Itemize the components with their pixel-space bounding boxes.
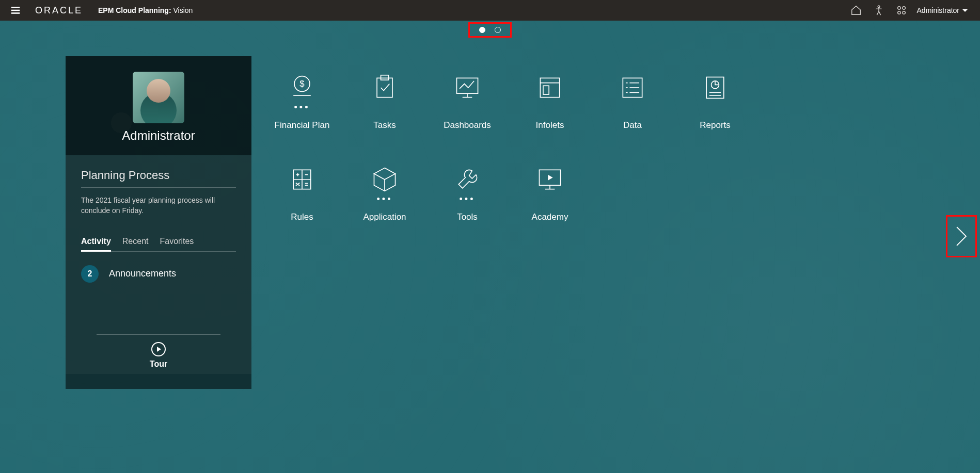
- wrench-icon: [453, 165, 482, 194]
- nav-label: Rules: [261, 212, 343, 222]
- svg-point-10: [897, 11, 900, 14]
- svg-point-9: [902, 7, 905, 10]
- dollar-coin-icon: $: [288, 73, 317, 102]
- svg-marker-44: [374, 168, 395, 180]
- svg-line-7: [879, 11, 881, 15]
- nav-label: Tools: [426, 212, 509, 222]
- announcement-title: Planning Process: [81, 169, 236, 182]
- home-icon: [850, 5, 862, 16]
- app-title: EPM Cloud Planning: Vision: [98, 6, 193, 14]
- global-header: ORACLE EPM Cloud Planning: Vision Admini…: [0, 0, 980, 21]
- nav-infolets[interactable]: ••• Infolets: [509, 70, 591, 131]
- svg-point-3: [878, 6, 880, 8]
- cube-icon: [370, 165, 399, 194]
- svg-rect-16: [381, 75, 389, 80]
- chevron-right-icon: [952, 221, 971, 252]
- svg-rect-22: [543, 86, 549, 94]
- nav-tasks[interactable]: ••• Tasks: [343, 70, 426, 131]
- tab-activity[interactable]: Activity: [81, 237, 111, 252]
- apps-button[interactable]: [890, 0, 913, 21]
- avatar: [133, 72, 184, 123]
- nav-data[interactable]: ••• Data: [591, 70, 674, 131]
- four-circles-icon: [896, 5, 907, 16]
- report-pie-icon: [701, 73, 730, 102]
- svg-text:$: $: [299, 79, 305, 89]
- profile-display-name: Administrator: [66, 128, 251, 143]
- profile-footer: Tour: [97, 334, 220, 369]
- nav-label: Dashboards: [426, 120, 509, 131]
- announcement-text: The 2021 fiscal year planning process wi…: [81, 195, 236, 216]
- hamburger-icon: [10, 5, 21, 16]
- main-menu-button[interactable]: [5, 0, 26, 21]
- tour-label: Tour: [97, 360, 220, 369]
- accessibility-button[interactable]: [867, 0, 890, 21]
- nav-tools[interactable]: ••• Tools: [426, 161, 509, 222]
- nav-label: Application: [343, 212, 426, 222]
- home-button[interactable]: [845, 0, 867, 21]
- nav-dashboards[interactable]: ••• Dashboards: [426, 70, 509, 131]
- tab-favorites[interactable]: Favorites: [160, 237, 194, 251]
- list-lines-icon: [618, 73, 647, 102]
- tab-recent[interactable]: Recent: [122, 237, 149, 251]
- nav-financial-plan[interactable]: $ ••• Financial Plan: [261, 70, 343, 131]
- nav-reports[interactable]: ••• Reports: [674, 70, 756, 131]
- profile-card: Administrator Planning Process The 2021 …: [66, 56, 251, 389]
- tour-button[interactable]: [151, 342, 166, 356]
- nav-rules[interactable]: ••• Rules: [261, 161, 343, 222]
- calculator-icon: [288, 165, 317, 194]
- caret-down-icon: [962, 9, 968, 12]
- nav-application[interactable]: ••• Application: [343, 161, 426, 222]
- svg-line-6: [877, 11, 879, 15]
- carousel-dot-2[interactable]: [495, 27, 501, 33]
- user-menu-label: Administrator: [917, 6, 959, 14]
- user-menu[interactable]: Administrator: [913, 6, 975, 14]
- carousel-next-button[interactable]: [946, 215, 977, 257]
- oracle-logo: ORACLE: [35, 5, 83, 16]
- nav-label: Financial Plan: [261, 120, 343, 131]
- activity-row[interactable]: 2 Announcements: [81, 261, 236, 293]
- play-icon: [157, 347, 161, 352]
- svg-rect-17: [456, 78, 478, 93]
- nav-label: Academy: [509, 212, 591, 222]
- more-dots-icon: •••: [261, 106, 343, 113]
- svg-marker-47: [548, 175, 552, 181]
- nav-grid: $ ••• Financial Plan ••• Tasks •••: [261, 70, 756, 222]
- profile-header: Administrator: [66, 56, 251, 155]
- nav-label: Infolets: [509, 120, 591, 131]
- window-layout-icon: [535, 73, 564, 102]
- oracle-logo-text: ORACLE: [35, 5, 83, 16]
- person-icon: [873, 5, 884, 16]
- nav-label: Reports: [674, 120, 756, 131]
- play-monitor-icon: [535, 165, 564, 194]
- carousel-pagination: [468, 22, 512, 38]
- activity-tabs: Activity Recent Favorites: [81, 237, 236, 252]
- svg-point-11: [902, 11, 905, 14]
- monitor-chart-icon: [453, 73, 482, 102]
- nav-label: Data: [591, 120, 674, 131]
- nav-label: Tasks: [343, 120, 426, 131]
- announcements-label: Announcements: [109, 268, 176, 279]
- svg-rect-15: [377, 78, 392, 97]
- nav-academy[interactable]: ••• Academy: [509, 161, 591, 222]
- divider: [81, 187, 236, 188]
- clipboard-check-icon: [370, 73, 399, 102]
- carousel-dot-1[interactable]: [479, 27, 485, 33]
- svg-point-8: [897, 7, 900, 10]
- announcements-count-badge: 2: [81, 265, 99, 283]
- more-dots-icon: •••: [343, 198, 426, 205]
- more-dots-icon: •••: [426, 198, 509, 205]
